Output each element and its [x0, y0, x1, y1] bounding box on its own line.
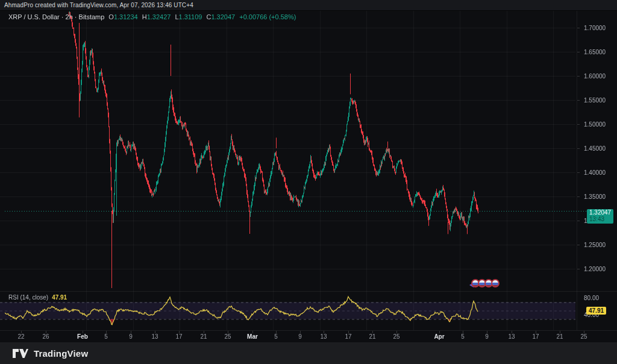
time-tick-label: 9: [129, 333, 133, 340]
rsi-value-badge: 47.91: [586, 307, 606, 315]
price-tick-label: 1.40000: [584, 169, 606, 176]
high-value: 1.32427: [147, 13, 171, 20]
open-value: 1.31234: [114, 13, 138, 20]
emoji-sticker-icon[interactable]: [491, 279, 500, 287]
time-tick-label: 21: [369, 333, 375, 340]
time-tick-label: 17: [175, 333, 182, 340]
price-tick-label: 1.20000: [584, 266, 606, 272]
change-value: +0.00766 (+0.58%): [239, 13, 296, 20]
emoji-sticker-group[interactable]: [469, 279, 500, 287]
footer-bar: TradingView: [0, 342, 617, 364]
time-tick-label: 26: [42, 333, 49, 340]
tradingview-brand[interactable]: TradingView: [13, 348, 88, 359]
price-tick-label: 1.70000: [584, 25, 606, 31]
time-tick-label: 9: [298, 333, 302, 340]
price-chart-canvas[interactable]: [0, 0, 617, 364]
time-tick-label: 5: [104, 333, 108, 340]
time-tick-label: 13: [320, 333, 327, 340]
time-tick-label: 25: [393, 333, 399, 340]
pane-separator[interactable]: [0, 291, 617, 292]
price-tick-label: 1.50000: [584, 121, 606, 128]
current-price-time: 13:43: [589, 216, 611, 222]
time-tick-label: Apr: [434, 333, 444, 340]
time-tick-label: 13: [508, 333, 515, 340]
price-tick-label: 1.25000: [584, 242, 606, 248]
time-tick-label: Mar: [247, 333, 258, 340]
rsi-title[interactable]: RSI (14, close): [8, 294, 48, 301]
close-value: 1.32047: [211, 13, 235, 20]
price-tick-label: 1.60000: [584, 73, 606, 80]
time-tick-label: 5: [461, 333, 465, 340]
time-tick-label: 22: [17, 333, 24, 340]
time-axis[interactable]: 2226Feb5913172125Mar5913172125Apr5913172…: [0, 331, 612, 342]
symbol-legend[interactable]: XRP / U.S. Dollar · 2h · BitstampO1.3123…: [8, 13, 296, 20]
price-tick-label: 1.45000: [584, 145, 606, 152]
rsi-axis-label-80: 80.00: [584, 295, 599, 301]
tradingview-snapshot: AhmadPro created with TradingView.com, A…: [0, 0, 617, 364]
open-label: O: [108, 13, 114, 20]
rsi-value: 47.91: [52, 294, 67, 301]
price-tick-label: 1.55000: [584, 97, 606, 104]
low-value: 1.31109: [179, 13, 202, 20]
time-tick-label: 9: [485, 333, 489, 340]
tradingview-logo-text: TradingView: [34, 348, 88, 359]
price-axis[interactable]: 1.700001.650001.600001.550001.500001.450…: [577, 10, 617, 330]
time-tick-label: 17: [345, 333, 351, 340]
time-tick-label: 17: [532, 333, 539, 340]
price-tick-label: 1.65000: [584, 49, 606, 55]
current-price-value: 1.32047: [589, 210, 611, 216]
symbol-title[interactable]: XRP / U.S. Dollar · 2h · Bitstamp: [8, 13, 104, 20]
time-tick-label: 13: [151, 333, 158, 340]
rsi-legend[interactable]: RSI (14, close)47.91: [8, 294, 67, 301]
tradingview-logo-icon: [13, 349, 28, 358]
time-tick-label: 21: [556, 333, 563, 340]
time-tick-label: 25: [224, 333, 231, 340]
time-tick-label: 5: [274, 333, 278, 340]
attribution-text: AhmadPro created with TradingView.com, A…: [4, 2, 193, 8]
high-label: H: [142, 13, 147, 20]
attribution-bar: AhmadPro created with TradingView.com, A…: [0, 0, 617, 11]
time-tick-label: Feb: [77, 333, 88, 340]
price-tick-label: 1.35000: [584, 193, 606, 200]
time-tick-label: 25: [580, 333, 587, 340]
time-tick-label: 21: [200, 333, 207, 340]
current-price-badge: 1.32047 13:43: [587, 209, 613, 224]
